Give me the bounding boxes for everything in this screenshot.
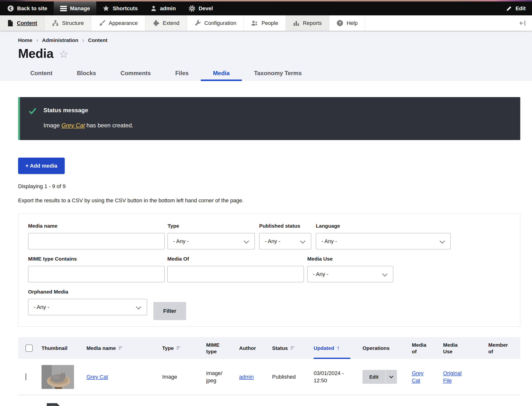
- edit-mode-label: Edit: [515, 5, 526, 12]
- media-name-link[interactable]: Grey Cat: [86, 374, 108, 380]
- tray-collapse-icon[interactable]: [513, 15, 532, 31]
- tab-bar: Content Blocks Comments Files Media Taxo…: [18, 67, 532, 81]
- tray-item-help[interactable]: ? Help: [329, 15, 365, 31]
- tray-spacer: [365, 15, 513, 31]
- devel-menu-button[interactable]: Devel: [182, 1, 219, 15]
- tray-label-help: Help: [347, 20, 358, 26]
- checkmark-icon: [29, 108, 36, 129]
- breadcrumb-content[interactable]: Content: [88, 37, 107, 43]
- wrench-icon: [194, 20, 201, 26]
- updated-cell: 03/01/2024 - 12:50: [314, 370, 354, 384]
- type-select-value: - Any -: [173, 238, 189, 244]
- sort-icon: [118, 345, 123, 351]
- breadcrumb-home[interactable]: Home: [18, 37, 32, 43]
- tray-item-configuration[interactable]: Configuration: [187, 15, 244, 31]
- media-of-link[interactable]: Grey Cat: [412, 370, 427, 384]
- tab-blocks[interactable]: Blocks: [65, 67, 108, 81]
- tray-label-structure: Structure: [62, 20, 84, 26]
- media-type-cell: Image: [159, 373, 203, 381]
- manage-label: Manage: [70, 5, 90, 12]
- tab-taxonomy-terms[interactable]: Taxonomy Terms: [242, 67, 314, 81]
- tray-item-extend[interactable]: Extend: [145, 15, 187, 31]
- published-status-value: - Any -: [265, 238, 280, 244]
- col-header-media-use: Media Use: [440, 337, 485, 359]
- tray-item-content[interactable]: Content: [0, 15, 45, 31]
- chevron-down-icon: [382, 271, 387, 276]
- row-checkbox[interactable]: [25, 373, 26, 380]
- status-text-prefix: Image: [43, 122, 61, 129]
- published-status-select[interactable]: - Any -: [259, 233, 311, 249]
- media-name-input[interactable]: [28, 233, 165, 249]
- toolbar-spacer: [219, 1, 500, 15]
- media-use-select[interactable]: - Any -: [307, 266, 393, 282]
- breadcrumb-separator: ›: [82, 37, 84, 44]
- csv-export-note: Export the results to a CSV by using the…: [18, 197, 520, 204]
- dropdown-toggle[interactable]: [386, 370, 397, 384]
- media-of-input[interactable]: [167, 266, 304, 282]
- help-icon: ?: [337, 20, 343, 26]
- puzzle-icon: [153, 20, 159, 26]
- table-row: Grey Cat Image image/jpeg admin Publishe…: [18, 359, 520, 395]
- shortcuts-label: Shortcuts: [113, 5, 138, 12]
- col-header-operations: Operations: [359, 337, 408, 359]
- col-header-status[interactable]: Status: [269, 337, 310, 359]
- tab-content[interactable]: Content: [18, 67, 65, 81]
- add-media-button[interactable]: + Add media: [18, 158, 65, 174]
- admin-tray: Content Structure Appearance Extend Conf…: [0, 15, 532, 31]
- tab-files[interactable]: Files: [163, 67, 201, 81]
- filter-button[interactable]: Filter: [153, 302, 186, 320]
- document-icon[interactable]: [46, 403, 64, 406]
- table-row: S_____ d'\00'_0 Extracted content/ 03/01…: [18, 395, 520, 406]
- author-link[interactable]: admin: [239, 374, 254, 380]
- orphaned-media-value: - Any -: [34, 304, 49, 310]
- chevron-down-icon: [136, 304, 141, 309]
- tray-item-people[interactable]: People: [244, 15, 286, 31]
- back-to-site-button[interactable]: Back to site: [0, 1, 54, 15]
- col-header-updated[interactable]: Updated ↑: [310, 337, 359, 359]
- user-icon: [150, 5, 157, 12]
- media-use-label: Media Use: [307, 256, 393, 262]
- mime-type-label: MIME type Contains: [28, 256, 165, 262]
- media-use-link[interactable]: Original File: [443, 370, 464, 384]
- edit-button-label: Edit: [362, 370, 385, 384]
- page-title: Media: [18, 46, 53, 61]
- orphaned-media-select[interactable]: - Any -: [28, 299, 147, 315]
- back-icon: [7, 5, 14, 12]
- col-header-thumbnail: Thumbnail: [38, 337, 83, 359]
- shortcuts-button[interactable]: Shortcuts: [96, 1, 144, 15]
- edit-dropdown-button[interactable]: Edit: [362, 370, 397, 384]
- select-all-checkbox[interactable]: [25, 345, 33, 352]
- edit-mode-button[interactable]: Edit: [500, 1, 532, 15]
- result-count: Displaying 1 - 9 of 9: [18, 183, 520, 190]
- mime-type-input[interactable]: [28, 266, 165, 282]
- grey-cat-link[interactable]: Grey Cat: [61, 122, 85, 129]
- published-status-label: Published status: [259, 223, 311, 229]
- chevron-down-icon: [244, 238, 249, 244]
- tab-comments[interactable]: Comments: [108, 67, 163, 81]
- svg-text:?: ?: [339, 21, 341, 26]
- pencil-icon: [506, 5, 512, 12]
- manage-menu-button[interactable]: Manage: [54, 1, 96, 15]
- paintbrush-icon: [99, 20, 105, 26]
- language-label: Language: [316, 223, 451, 229]
- col-header-media-name[interactable]: Media name: [83, 337, 159, 359]
- bookmark-star-icon[interactable]: ☆: [59, 49, 68, 60]
- tray-item-reports[interactable]: Reports: [286, 15, 329, 31]
- status-message-body: Image Grey Cat has been created.: [43, 122, 133, 129]
- language-select[interactable]: - Any -: [316, 233, 451, 249]
- status-text-suffix: has been created.: [85, 122, 133, 129]
- sort-icon: [290, 345, 295, 351]
- user-menu-button[interactable]: admin: [144, 1, 182, 15]
- tab-media[interactable]: Media: [201, 67, 242, 81]
- back-to-site-label: Back to site: [17, 5, 47, 12]
- chevron-down-icon: [389, 374, 393, 378]
- chevron-down-icon: [300, 238, 305, 244]
- thumbnail-image[interactable]: [42, 365, 74, 389]
- tray-item-appearance[interactable]: Appearance: [91, 15, 145, 31]
- breadcrumb-administration[interactable]: Administration: [42, 37, 78, 43]
- col-header-type[interactable]: Type: [159, 337, 203, 359]
- star-icon: [103, 5, 109, 12]
- type-select[interactable]: - Any -: [168, 233, 255, 249]
- tray-item-structure[interactable]: Structure: [45, 15, 91, 31]
- tray-label-configuration: Configuration: [204, 20, 236, 26]
